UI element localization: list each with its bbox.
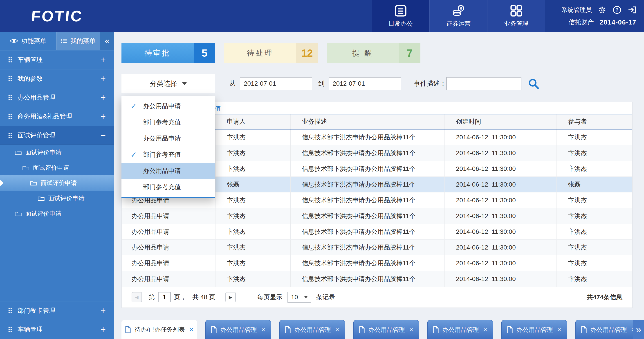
nav-tab-securities[interactable]: $ 证券运营	[430, 0, 487, 32]
sidebar-item-label: 我的参数	[18, 74, 100, 83]
tab-office-supplies-mgmt[interactable]: 办公用品管理×	[279, 320, 345, 339]
dropdown-item[interactable]: 部门参考充值	[122, 114, 215, 130]
cell-created-time: 2014-06-12 11:30:00	[445, 255, 557, 271]
column-header: 业务描述	[290, 114, 445, 129]
cell-applicant: 卞洪杰	[216, 192, 290, 208]
cell-type: 办公用品申请	[122, 255, 216, 271]
next-page-button[interactable]: ▶	[226, 292, 236, 302]
to-date-input[interactable]	[329, 77, 401, 90]
expand-toggle-icon[interactable]: −	[100, 130, 106, 140]
table-row[interactable]: 办公用品申请卞洪杰信息技术部卞洪杰申请办公用品胶棒11个2014-06-12 1…	[122, 271, 632, 287]
chevron-down-icon	[304, 296, 308, 298]
logout-icon[interactable]	[627, 5, 636, 14]
card-label: 待处理	[224, 43, 296, 63]
sidebar-item[interactable]: 我的参数+	[0, 69, 114, 88]
cell-created-time: 2014-06-12 11:30:00	[445, 129, 557, 145]
close-icon[interactable]: ×	[190, 326, 194, 333]
document-icon	[359, 326, 365, 334]
filter-row: 分类选择 从 到 事件描述：	[122, 74, 539, 93]
sidebar-item[interactable]: 面试评价管理−	[0, 126, 114, 145]
expand-toggle-icon[interactable]: +	[100, 74, 106, 84]
close-icon[interactable]: ×	[410, 327, 414, 333]
sidebar-collapse-button[interactable]: «	[100, 32, 114, 50]
cell-description: 信息技术部卞洪杰申请办公用品胶棒11个	[290, 192, 445, 208]
from-date-input[interactable]	[240, 77, 312, 90]
tab-todo-task-list[interactable]: 待办/已办任务列表×	[122, 320, 197, 339]
prev-page-button[interactable]: ◀	[132, 292, 142, 302]
header-nav-tabs: 日常办公 $ 证券运营 业务管理	[372, 0, 545, 32]
cell-created-time: 2014-06-12 11:30:00	[445, 192, 557, 208]
tree-item[interactable]: 面试评价申请	[0, 160, 114, 175]
card-pending-process[interactable]: 待处理 12	[224, 43, 318, 63]
settings-gear-icon[interactable]	[598, 5, 607, 14]
expand-toggle-icon[interactable]: +	[100, 306, 106, 316]
table-row[interactable]: 办公用品申请卞洪杰信息技术部卞洪杰申请办公用品胶棒11个2014-06-12 1…	[122, 224, 632, 240]
dropdown-item[interactable]: 部门参考充值	[122, 179, 215, 195]
more-tabs-button[interactable]: »	[633, 320, 644, 339]
folder-icon	[38, 196, 44, 201]
sidebar-item[interactable]: 车辆管理+	[0, 320, 114, 339]
tree-item[interactable]: 面试评价申请	[0, 145, 114, 160]
app-window: FOTIC 日常办公 $ 证券运营 业务管理	[0, 0, 644, 339]
expand-toggle-icon[interactable]: +	[100, 325, 106, 335]
check-icon: ✓	[130, 150, 137, 159]
sidebar-item[interactable]: 办公用品管理+	[0, 88, 114, 107]
nav-tab-daily-office[interactable]: 日常办公	[372, 0, 430, 32]
expand-toggle-icon[interactable]: +	[100, 55, 106, 65]
sidebar-item[interactable]: 部门餐卡管理+	[0, 301, 114, 320]
from-label: 从	[229, 79, 236, 88]
tab-my-menu[interactable]: 我的菜单	[56, 32, 100, 50]
tab-label: 办公用品管理	[368, 326, 405, 334]
tab-office-supplies-mgmt[interactable]: 办公用品管理×	[354, 320, 419, 339]
dropdown-item[interactable]: 办公用品申请	[122, 130, 215, 147]
per-page-select[interactable]: 10	[288, 292, 311, 303]
user-portfolio: 信托财产	[569, 18, 594, 26]
nav-tab-label: 证券运营	[446, 19, 470, 28]
tree-item[interactable]: 面试评价申请	[0, 175, 114, 191]
sidebar-item[interactable]: 车辆管理+	[0, 50, 114, 69]
cell-description: 信息技术部卞洪杰申请办公用品胶棒11个	[290, 271, 445, 287]
sidebar-item[interactable]: 商务用酒&礼品管理+	[0, 107, 114, 126]
tab-office-supplies-mgmt[interactable]: 办公用品管理×	[502, 320, 567, 339]
tab-function-menu[interactable]: 功能菜单	[0, 32, 56, 50]
tree-item[interactable]: 面试评价申请	[0, 206, 114, 221]
tree-item[interactable]: 面试评价申请	[0, 191, 114, 206]
partially-hidden-link[interactable]: 值	[215, 104, 221, 113]
help-icon[interactable]: ?	[612, 5, 622, 14]
document-icon	[125, 326, 131, 333]
close-icon[interactable]: ×	[262, 327, 266, 333]
table-row[interactable]: 办公用品申请卞洪杰信息技术部卞洪杰申请办公用品胶棒11个2014-06-12 1…	[122, 240, 632, 255]
tab-office-supplies-mgmt[interactable]: 办公用品管理×	[428, 320, 493, 339]
table-row[interactable]: 办公用品申请卞洪杰信息技术部卞洪杰申请办公用品胶棒11个2014-06-12 1…	[122, 255, 632, 271]
table-row[interactable]: 办公用品申请卞洪杰信息技术部卞洪杰申请办公用品胶棒11个2014-06-12 1…	[122, 208, 632, 224]
menu-dots-icon	[8, 113, 12, 119]
tab-office-supplies-mgmt[interactable]: 办公用品管理×	[576, 320, 641, 339]
search-icon[interactable]	[528, 78, 539, 89]
expand-toggle-icon[interactable]: +	[100, 111, 106, 122]
cell-applicant: 卞洪杰	[216, 129, 290, 145]
card-pending-approval[interactable]: 待审批 5	[122, 43, 215, 63]
check-icon: ✓	[130, 102, 137, 111]
category-select-trigger[interactable]: 分类选择	[122, 74, 215, 93]
dropdown-item[interactable]: ✓部门参考充值	[122, 147, 215, 163]
card-reminders[interactable]: 提 醒 7	[326, 43, 420, 63]
cell-description: 信息技术部卞洪杰申请办公用品胶棒11个	[290, 145, 445, 161]
close-icon[interactable]: ×	[484, 327, 488, 333]
dropdown-item[interactable]: 办公用品申请	[122, 163, 215, 179]
expand-toggle-icon[interactable]: +	[100, 93, 106, 103]
cell-created-time: 2014-06-12 11:30:00	[445, 208, 557, 224]
close-icon[interactable]: ×	[558, 327, 562, 333]
card-label: 提 醒	[326, 43, 399, 63]
event-desc-input[interactable]	[446, 77, 522, 90]
close-icon[interactable]: ×	[336, 327, 340, 333]
page-number-input[interactable]	[158, 292, 171, 302]
dropdown-item[interactable]: ✓办公用品申请	[122, 98, 215, 114]
cell-created-time: 2014-06-12 11:30:00	[445, 161, 557, 176]
category-select-label: 分类选择	[150, 79, 177, 88]
cell-created-time: 2014-06-12 11:30:00	[445, 271, 557, 287]
folder-icon	[30, 181, 37, 186]
tab-office-supplies-mgmt[interactable]: 办公用品管理×	[205, 320, 271, 339]
tree-item-label: 面试评价申请	[40, 179, 77, 187]
card-count-badge: 7	[399, 43, 420, 63]
nav-tab-business-mgmt[interactable]: 业务管理	[487, 0, 545, 32]
